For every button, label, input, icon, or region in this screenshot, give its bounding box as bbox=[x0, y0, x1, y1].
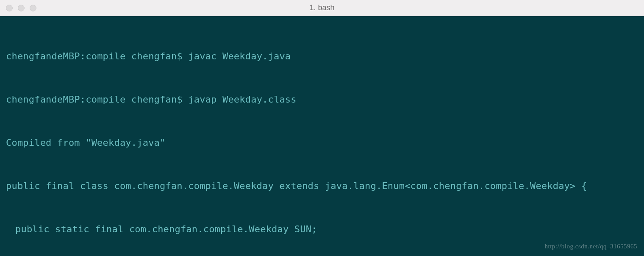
output-line: Compiled from "Weekday.java" bbox=[6, 136, 638, 150]
prompt-dir: compile bbox=[86, 94, 125, 105]
output-line: public static final com.chengfan.compile… bbox=[6, 222, 638, 237]
zoom-icon[interactable] bbox=[30, 5, 36, 11]
terminal-line: chengfandeMBP:compile chengfan$ javac We… bbox=[6, 49, 638, 64]
minimize-icon[interactable] bbox=[18, 5, 25, 11]
window-title: 1. bash bbox=[0, 3, 644, 12]
prompt-dir: compile bbox=[86, 51, 125, 61]
prompt-host: chengfandeMBP bbox=[6, 94, 80, 105]
watermark-text: http://blog.csdn.net/qq_31655965 bbox=[545, 239, 638, 253]
prompt-host: chengfandeMBP bbox=[6, 51, 80, 61]
prompt-user: chengfan bbox=[131, 51, 177, 61]
command-text: javap Weekday.class bbox=[188, 94, 296, 105]
window-titlebar: 1. bash bbox=[0, 0, 644, 16]
command-text: javac Weekday.java bbox=[188, 51, 291, 61]
window-controls bbox=[6, 5, 36, 11]
prompt-user: chengfan bbox=[131, 94, 177, 105]
terminal-line: chengfandeMBP:compile chengfan$ javap We… bbox=[6, 92, 638, 107]
close-icon[interactable] bbox=[6, 5, 13, 11]
output-line: public final class com.chengfan.compile.… bbox=[6, 179, 638, 193]
terminal-viewport[interactable]: chengfandeMBP:compile chengfan$ javac We… bbox=[0, 16, 644, 256]
